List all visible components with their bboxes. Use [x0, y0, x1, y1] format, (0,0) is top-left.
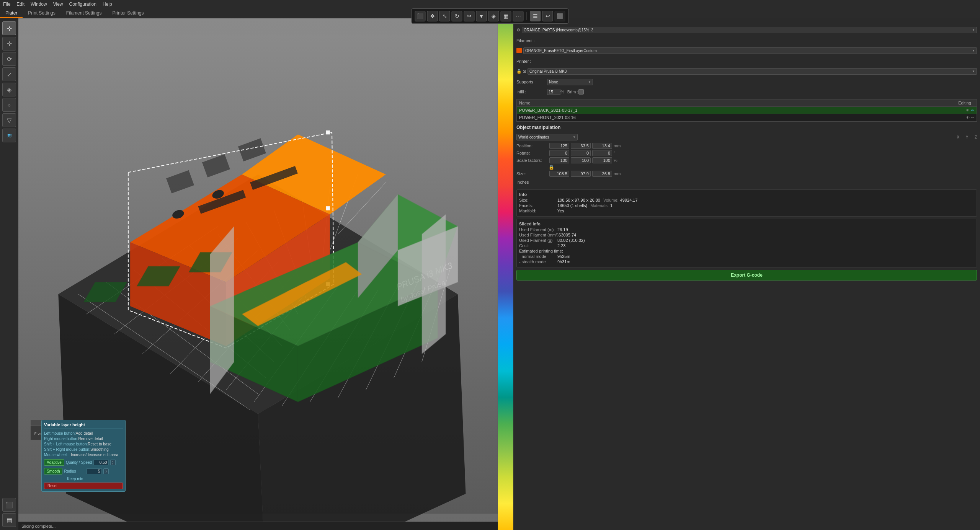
size-y-input[interactable] — [571, 171, 591, 177]
rotate-x-input[interactable] — [549, 150, 569, 156]
tool-seam[interactable]: ⬦ — [2, 98, 16, 112]
coord-mode-arrow: ▼ — [573, 135, 576, 139]
info-size-row: Size: 108.50 x 97.90 x 26.80 Volume: 499… — [519, 198, 974, 202]
layer-height-panel: Variable layer height Left mouse button:… — [41, 420, 126, 492]
menu-bar: File Edit Window View Configuration Help — [0, 0, 980, 8]
scale-y-input[interactable] — [571, 157, 591, 163]
normal-mode-value: 9h25m — [557, 254, 570, 259]
tab-printer-settings[interactable]: Printer Settings — [107, 9, 149, 18]
obj-eye-icon-0[interactable]: 👁 — [966, 108, 970, 113]
menu-file[interactable]: File — [3, 2, 10, 7]
tab-plater[interactable]: Plater — [0, 9, 23, 18]
toolbar-cut-btn[interactable]: ✂ — [464, 11, 475, 21]
menu-view[interactable]: View — [53, 2, 63, 7]
tab-print-settings[interactable]: Print Settings — [23, 9, 60, 18]
filament-g-row: Used Filament (g) 80.02 (310.02) — [519, 238, 974, 243]
menu-edit[interactable]: Edit — [16, 2, 24, 7]
sliced-info-section: Sliced Info Used Filament (m) 26.19 Used… — [516, 219, 977, 267]
left-panel: ⊹ ✛ ⟳ ⤢ ◈ ⬦ ▽ ≋ ⬛ ▤ — [0, 18, 18, 530]
info-manifold-label: Manifold: — [519, 209, 557, 213]
position-y-input[interactable] — [571, 143, 591, 149]
tool-view-3d[interactable]: ⬛ — [2, 498, 16, 512]
print-settings-value: ORANGE_PARTS (Honeycomb@15%_3perin_0.2..… — [524, 28, 593, 32]
coord-mode-dropdown[interactable]: World coordinates ▼ — [516, 134, 578, 140]
print-time-title-row: Estimated printing time: — [519, 249, 974, 253]
filament-mm3-row: Used Filament (mm²) 63005.74 — [519, 233, 974, 237]
toolbar-support-btn[interactable]: ▼ — [476, 11, 487, 21]
tab-filament-settings[interactable]: Filament Settings — [61, 9, 107, 18]
quality-speed-input[interactable] — [93, 460, 109, 465]
filament-m-value: 26.19 — [557, 227, 568, 232]
object-list-header: Name Editing — [517, 99, 977, 107]
tool-variable-layer[interactable]: ≋ — [2, 129, 16, 142]
print-settings-section: Print settings : ⚙ ORANGE_PARTS (Honeyco… — [516, 16, 977, 96]
lock-icon[interactable]: 🔒 — [549, 165, 554, 170]
rmb-label: Right mouse button: — [44, 437, 78, 441]
normal-mode-label: - normal mode — [519, 254, 557, 259]
scroll-value: Increase/decrease edit area — [71, 453, 118, 457]
object-name-1: POWER_FRONT_2021-03-16- — [519, 115, 966, 120]
smooth-toggle[interactable]: Smooth — [44, 468, 62, 475]
infill-label: Infill : — [516, 90, 547, 94]
tool-support[interactable]: ▽ — [2, 113, 16, 127]
menu-configuration[interactable]: Configuration — [69, 2, 96, 7]
size-x-input[interactable] — [549, 171, 569, 177]
infill-input[interactable] — [547, 89, 560, 95]
toolbar-redo-btn[interactable]: ⬜ — [555, 11, 565, 21]
menu-window[interactable]: Window — [31, 2, 47, 7]
quality-speed-label: Quality / Speed — [66, 460, 92, 465]
reset-button[interactable]: Reset — [44, 483, 123, 489]
rotate-unit: ° — [614, 151, 615, 155]
adaptive-toggle[interactable]: Adaptive — [44, 459, 64, 466]
toolbar-scale-btn[interactable]: ⤡ — [439, 11, 450, 21]
rotate-y-input[interactable] — [571, 150, 591, 156]
filament-mm3-value: 63005.74 — [559, 233, 576, 237]
brim-toggle[interactable] — [578, 89, 584, 95]
object-item-0[interactable]: POWER_BACK_2021-03-17_1 👁 ✏ — [517, 107, 977, 114]
settings-panel: Simple Advanced Expert Print settings : … — [513, 0, 980, 530]
info-facets-row: Facets: 18650 (1 shells) Materials: 1 — [519, 203, 974, 208]
toolbar-add-btn[interactable]: ⬛ — [415, 11, 426, 21]
tool-scale[interactable]: ⤢ — [2, 67, 16, 81]
toolbar-move-btn[interactable]: ✥ — [427, 11, 438, 21]
printer-dropdown[interactable]: Original Prusa i3 MK3 ▼ — [528, 68, 977, 75]
radius-slider[interactable]: ⟩ — [103, 468, 109, 474]
obj-edit-icon-1[interactable]: ✏ — [971, 116, 974, 120]
export-gcode-button[interactable]: Export G-code — [516, 270, 977, 280]
object-icons-1: 👁 ✏ — [966, 116, 974, 120]
position-z-input[interactable] — [592, 143, 612, 149]
object-item-1[interactable]: POWER_FRONT_2021-03-16- 👁 ✏ — [517, 114, 977, 121]
toolbar-arrange-btn[interactable]: ▦ — [501, 11, 511, 21]
scale-unit: % — [614, 158, 617, 163]
rotate-z-input[interactable] — [592, 150, 612, 156]
tool-view-layers[interactable]: ▤ — [2, 513, 16, 527]
toolbar-more-btn[interactable]: ⋯ — [513, 11, 524, 21]
toolbar-undo-btn[interactable]: ↩ — [542, 11, 553, 21]
shift-lmb-label: Shift + Left mouse button: — [44, 442, 88, 446]
tool-select[interactable]: ⊹ — [2, 21, 16, 35]
menu-help[interactable]: Help — [103, 2, 112, 7]
obj-edit-icon-0[interactable]: ✏ — [971, 108, 974, 113]
supports-dropdown[interactable]: None ▼ — [547, 79, 593, 85]
tool-move[interactable]: ✛ — [2, 37, 16, 51]
size-z-input[interactable] — [592, 171, 612, 177]
toolbar-rotate-btn[interactable]: ↻ — [452, 11, 462, 21]
rotate-row: Rotate: ° — [516, 150, 977, 156]
radius-label: Radius — [64, 469, 85, 473]
position-x-input[interactable] — [549, 143, 569, 149]
scale-z-input[interactable] — [592, 157, 612, 163]
tool-rotate[interactable]: ⟳ — [2, 52, 16, 66]
shift-rmb-label: Shift + Right mouse button: — [44, 447, 90, 452]
obj-eye-icon-1[interactable]: 👁 — [966, 116, 970, 120]
radius-input[interactable] — [87, 468, 102, 474]
filament-m-row: Used Filament (m) 26.19 — [519, 227, 974, 232]
viewport[interactable]: PRUSA i3 MK3 by Josef Prusa — [18, 18, 498, 530]
quality-speed-slider[interactable]: ⟩ — [110, 460, 116, 465]
filament-dropdown[interactable]: ORANGE_PrusaPETG_FirstLayerCustom ▼ — [523, 47, 977, 54]
toolbar-hamburger-btn[interactable]: ☰ — [530, 11, 541, 21]
toolbar-seam-btn[interactable]: ◈ — [488, 11, 499, 21]
print-settings-dropdown[interactable]: ORANGE_PARTS (Honeycomb@15%_3perin_0.2..… — [522, 27, 977, 33]
scale-x-input[interactable] — [549, 157, 569, 163]
tool-cut[interactable]: ◈ — [2, 83, 16, 96]
scale-inputs: % — [549, 157, 617, 163]
